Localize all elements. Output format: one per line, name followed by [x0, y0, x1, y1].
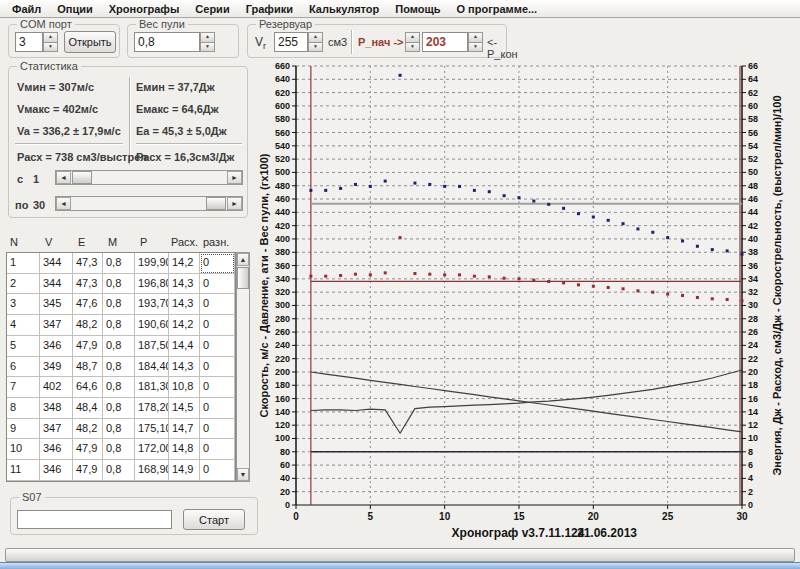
- scroll-up-icon[interactable]: ▲: [237, 253, 249, 266]
- pressure-input[interactable]: [422, 32, 468, 52]
- grid-cell[interactable]: 0: [200, 294, 235, 315]
- grid-cell[interactable]: 0: [200, 315, 235, 336]
- grid-cell[interactable]: 14,2: [169, 253, 200, 274]
- grid-cell[interactable]: 178,20: [135, 398, 169, 419]
- grid-cell[interactable]: 47,9: [73, 460, 103, 481]
- grid-cell[interactable]: 172,00: [135, 439, 169, 460]
- grid-cell[interactable]: 175,10: [135, 419, 169, 440]
- open-button[interactable]: Открыть: [64, 31, 116, 53]
- grid-cell[interactable]: 4: [7, 315, 40, 336]
- menu-item-2[interactable]: Опции: [49, 2, 101, 16]
- grid-cell[interactable]: 0,8: [103, 460, 135, 481]
- grid-cell[interactable]: 64,6: [73, 377, 103, 398]
- grid-cell[interactable]: 10: [7, 439, 40, 460]
- grid-cell[interactable]: 0: [200, 357, 235, 378]
- menu-item-5[interactable]: Графики: [238, 2, 301, 16]
- up-arrow-icon[interactable]: ▲: [200, 32, 215, 43]
- grid-cell[interactable]: 48,4: [73, 398, 103, 419]
- grid-cell[interactable]: 14,3: [169, 294, 200, 315]
- start-button[interactable]: Старт: [183, 509, 245, 530]
- grid-cell[interactable]: 199,90: [135, 253, 169, 274]
- grid-cell[interactable]: 8: [7, 398, 40, 419]
- grid-cell[interactable]: 0,8: [103, 398, 135, 419]
- grid-cell[interactable]: 349: [40, 357, 73, 378]
- grid-cell[interactable]: 0: [200, 460, 235, 481]
- grid-cell[interactable]: 11: [7, 460, 40, 481]
- grid-cell[interactable]: 14,5: [169, 398, 200, 419]
- com-port-input[interactable]: [15, 32, 43, 52]
- grid-cell[interactable]: 48,7: [73, 357, 103, 378]
- left-arrow-icon[interactable]: ◄: [56, 197, 71, 210]
- grid-cell[interactable]: 196,80: [135, 274, 169, 295]
- to-slider-track[interactable]: [71, 197, 227, 210]
- menu-item-7[interactable]: Помощь: [387, 2, 448, 16]
- series-input[interactable]: [17, 510, 172, 529]
- grid-cell[interactable]: 14,4: [169, 336, 200, 357]
- down-arrow-icon[interactable]: ▼: [405, 43, 420, 53]
- up-arrow-icon[interactable]: ▲: [43, 32, 58, 43]
- grid-cell[interactable]: 48,2: [73, 315, 103, 336]
- grid-cell[interactable]: 346: [40, 336, 73, 357]
- menu-item-6[interactable]: Калькулятор: [301, 2, 387, 16]
- grid-cell[interactable]: 347: [40, 419, 73, 440]
- grid-cell[interactable]: 14,3: [169, 357, 200, 378]
- grid-cell[interactable]: 0,8: [103, 357, 135, 378]
- grid-cell[interactable]: 0: [200, 377, 235, 398]
- grid-cell[interactable]: 7: [7, 377, 40, 398]
- grid-cell[interactable]: 47,9: [73, 439, 103, 460]
- grid-cell[interactable]: 14,8: [169, 439, 200, 460]
- grid-cell[interactable]: 14,2: [169, 315, 200, 336]
- grid-cell[interactable]: 47,9: [73, 336, 103, 357]
- to-slider[interactable]: ◄ ►: [55, 196, 243, 211]
- grid-cell[interactable]: 402: [40, 377, 73, 398]
- right-arrow-icon[interactable]: ►: [227, 197, 242, 210]
- left-arrow-icon[interactable]: ◄: [56, 171, 71, 184]
- grid-cell[interactable]: 190,60: [135, 315, 169, 336]
- grid-cell[interactable]: 344: [40, 253, 73, 274]
- grid-cell[interactable]: 348: [40, 398, 73, 419]
- grid-cell[interactable]: 0,8: [103, 336, 135, 357]
- grid-cell[interactable]: 181,30: [135, 377, 169, 398]
- grid-cell[interactable]: 47,6: [73, 294, 103, 315]
- scroll-down-icon[interactable]: ▼: [237, 468, 249, 481]
- grid-cell[interactable]: 0,8: [103, 377, 135, 398]
- grid-cell[interactable]: 10,8: [169, 377, 200, 398]
- grid-cell[interactable]: 14,3: [169, 274, 200, 295]
- grid-cell[interactable]: 0,8: [103, 294, 135, 315]
- down-arrow-icon[interactable]: ▼: [468, 43, 483, 53]
- grid-cell[interactable]: 168,90: [135, 460, 169, 481]
- menu-item-4[interactable]: Серии: [187, 2, 237, 16]
- down-arrow-icon[interactable]: ▼: [200, 43, 215, 53]
- bullet-weight-input[interactable]: [134, 32, 200, 52]
- grid-cell[interactable]: 0: [200, 274, 235, 295]
- table-scrollbar-thumb[interactable]: [237, 267, 249, 289]
- grid-cell[interactable]: 346: [40, 460, 73, 481]
- grid-cell[interactable]: 193,70: [135, 294, 169, 315]
- grid-cell[interactable]: 14,9: [169, 460, 200, 481]
- grid-cell[interactable]: 347: [40, 315, 73, 336]
- grid-cell[interactable]: 0,8: [103, 315, 135, 336]
- grid-cell[interactable]: 0: [200, 439, 235, 460]
- grid-cell[interactable]: 47,3: [73, 274, 103, 295]
- grid-cell[interactable]: 187,50: [135, 336, 169, 357]
- grid-cell[interactable]: 14,7: [169, 419, 200, 440]
- grid-cell[interactable]: 0,8: [103, 274, 135, 295]
- down-arrow-icon[interactable]: ▼: [308, 43, 323, 53]
- grid-cell[interactable]: 1: [7, 253, 40, 274]
- right-arrow-icon[interactable]: ►: [227, 171, 242, 184]
- menu-item-3[interactable]: Хронографы: [101, 2, 188, 16]
- grid-cell[interactable]: 0,8: [103, 439, 135, 460]
- grid-cell[interactable]: 0,8: [103, 419, 135, 440]
- up-arrow-icon[interactable]: ▲: [308, 32, 323, 43]
- grid-cell[interactable]: 346: [40, 439, 73, 460]
- table-scrollbar[interactable]: ▲ ▼: [236, 252, 250, 482]
- grid-cell[interactable]: 2: [7, 274, 40, 295]
- grid-cell[interactable]: 184,40: [135, 357, 169, 378]
- grid-cell[interactable]: 344: [40, 274, 73, 295]
- grid-cell[interactable]: 3: [7, 294, 40, 315]
- grid-cell[interactable]: 0: [200, 398, 235, 419]
- grid-cell[interactable]: 9: [7, 419, 40, 440]
- grid-cell[interactable]: 5: [7, 336, 40, 357]
- up-arrow-icon[interactable]: ▲: [468, 32, 483, 43]
- from-slider-thumb[interactable]: [72, 171, 92, 184]
